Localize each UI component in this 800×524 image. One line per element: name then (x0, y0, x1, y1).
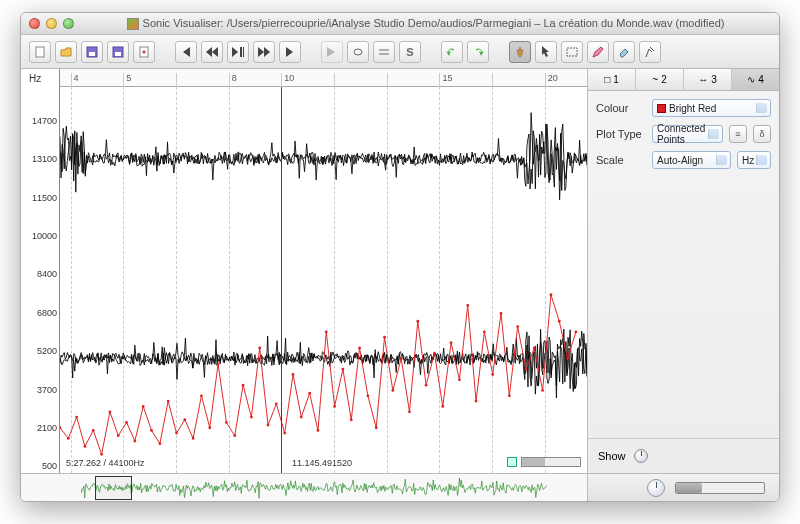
time-tick: 5 (123, 73, 131, 87)
svg-rect-2 (89, 52, 95, 56)
overview-window-box[interactable] (95, 476, 132, 500)
time-tick: 8 (229, 73, 237, 87)
layer-tab-2[interactable]: ~2 (636, 69, 684, 90)
show-dial[interactable] (634, 449, 648, 463)
overview-track[interactable] (81, 477, 547, 499)
tab-icon: ∿ (747, 74, 755, 85)
colour-swatch-icon (657, 104, 666, 113)
loop-button[interactable] (347, 41, 369, 63)
pan-tool-button[interactable] (509, 41, 531, 63)
y-tick-label: 10000 (32, 231, 57, 241)
time-tick (387, 73, 390, 87)
time-tick (176, 73, 179, 87)
layer-tabs: □1~2↔3∿4 (588, 69, 779, 91)
goto-end-button[interactable] (279, 41, 301, 63)
playback-gain-knob[interactable] (647, 479, 665, 497)
save-button[interactable] (81, 41, 103, 63)
selectrange-tool-button[interactable] (561, 41, 583, 63)
playback-speed-scrollbar[interactable] (675, 482, 765, 494)
close-icon[interactable] (29, 18, 40, 29)
y-tick-label: 13100 (32, 154, 57, 164)
redo-button[interactable] (467, 41, 489, 63)
measure-tool-button[interactable] (639, 41, 661, 63)
plottype-label: Plot Type (596, 128, 646, 140)
tab-label: 4 (758, 74, 764, 85)
saveas-button[interactable] (107, 41, 129, 63)
export-button[interactable] (133, 41, 155, 63)
time-tick: 4 (71, 73, 79, 87)
y-tick-label: 8400 (37, 269, 57, 279)
layer-tab-4[interactable]: ∿4 (732, 69, 779, 90)
plottype-select[interactable]: Connected Points▾ (652, 125, 723, 143)
time-tick: 15 (439, 73, 452, 87)
tab-label: 1 (613, 74, 619, 85)
y-tick-label: 6800 (37, 308, 57, 318)
content-area: Hz 1470013100115001000084006800520037002… (21, 69, 779, 501)
time-ruler[interactable]: 458101520 (60, 69, 587, 87)
status-center: 11.145.491520 (290, 457, 354, 469)
show-label: Show (598, 450, 626, 462)
tab-icon: ~ (652, 74, 658, 85)
scale-label: Scale (596, 154, 646, 166)
svg-rect-4 (115, 52, 121, 56)
solo-button[interactable]: S (399, 41, 421, 63)
time-tick: 20 (545, 73, 558, 87)
properties-panel: □1~2↔3∿4 Colour Bright Red▾ Plot Type Co… (587, 69, 779, 501)
app-icon (127, 18, 139, 30)
svg-rect-6 (567, 48, 577, 56)
plottype-extra1-button[interactable]: ≡ (729, 125, 747, 143)
y-tick-label: 5200 (37, 346, 57, 356)
footer-controls (588, 473, 779, 501)
y-tick-label: 14700 (32, 116, 57, 126)
plot-canvas[interactable]: 458101520 5:27.262 / 44100Hz 11.145.4915… (59, 69, 587, 473)
erase-tool-button[interactable] (613, 41, 635, 63)
svg-rect-0 (36, 47, 44, 57)
playhead[interactable] (281, 87, 282, 473)
colour-select[interactable]: Bright Red▾ (652, 99, 771, 117)
y-tick-label: 500 (42, 461, 57, 471)
rewind-button[interactable] (201, 41, 223, 63)
app-window: Sonic Visualiser: /Users/pierrecouprie/i… (20, 12, 780, 502)
time-tick (334, 73, 337, 87)
draw-tool-button[interactable] (587, 41, 609, 63)
scale-unit-select[interactable]: Hz▾ (737, 151, 771, 169)
titlebar: Sonic Visualiser: /Users/pierrecouprie/i… (21, 13, 779, 35)
y-axis: Hz 1470013100115001000084006800520037002… (21, 69, 59, 473)
y-tick-label: 3700 (37, 385, 57, 395)
time-tick (492, 73, 495, 87)
undo-button[interactable] (441, 41, 463, 63)
horizontal-zoom-scrollbar[interactable] (521, 457, 581, 467)
overview-pane[interactable] (21, 473, 587, 501)
goto-start-button[interactable] (175, 41, 197, 63)
open-button[interactable] (55, 41, 77, 63)
tab-icon: ↔ (698, 74, 708, 85)
show-row: Show (588, 438, 779, 473)
y-tick-label: 2100 (37, 423, 57, 433)
colour-label: Colour (596, 102, 646, 114)
main-pane: Hz 1470013100115001000084006800520037002… (21, 69, 587, 501)
tab-icon: □ (604, 74, 610, 85)
y-tick-label: 11500 (32, 193, 57, 203)
scale-select[interactable]: Auto-Align▾ (652, 151, 731, 169)
fastforward-button[interactable] (253, 41, 275, 63)
zoom-icon[interactable] (63, 18, 74, 29)
status-left: 5:27.262 / 44100Hz (64, 457, 147, 469)
tab-label: 2 (661, 74, 667, 85)
record-button[interactable] (321, 41, 343, 63)
tab-label: 3 (711, 74, 717, 85)
time-tick: 10 (281, 73, 294, 87)
chart-area[interactable]: Hz 1470013100115001000084006800520037002… (21, 69, 587, 473)
new-button[interactable] (29, 41, 51, 63)
playpause-button[interactable] (227, 41, 249, 63)
window-title: Sonic Visualiser: /Users/pierrecouprie/i… (80, 17, 771, 30)
pointer-tool-button[interactable] (535, 41, 557, 63)
layer-tab-3[interactable]: ↔3 (684, 69, 732, 90)
y-axis-unit: Hz (29, 73, 41, 84)
zoom-indicator-icon[interactable] (507, 457, 517, 467)
plottype-extra2-button[interactable]: δ (753, 125, 771, 143)
select-button[interactable] (373, 41, 395, 63)
toolbar: S (21, 35, 779, 69)
layer-tab-1[interactable]: □1 (588, 69, 636, 90)
minimize-icon[interactable] (46, 18, 57, 29)
